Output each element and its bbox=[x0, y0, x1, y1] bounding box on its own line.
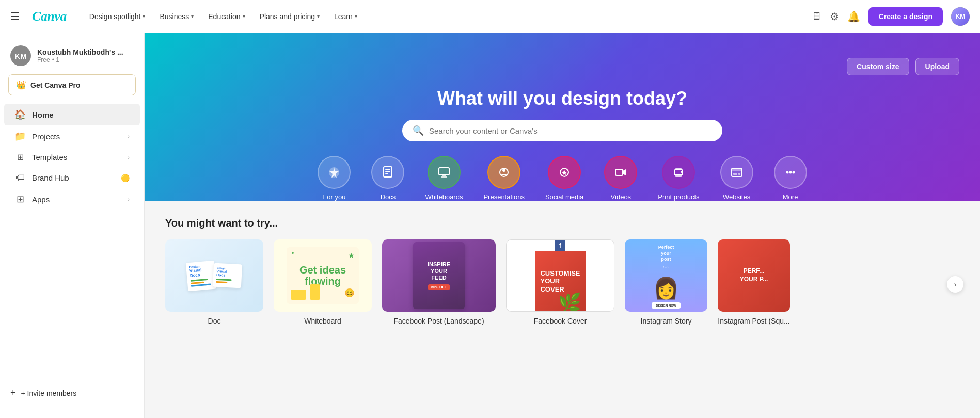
plus-icon: + bbox=[10, 388, 16, 398]
svg-rect-16 bbox=[732, 168, 742, 171]
svg-rect-12 bbox=[675, 168, 682, 170]
sidebar-item-templates[interactable]: ⊞ Templates › bbox=[4, 147, 140, 167]
svg-point-21 bbox=[792, 171, 795, 174]
user-avatar[interactable]: KM bbox=[951, 7, 970, 26]
sidebar-item-label: Brand Hub bbox=[32, 173, 115, 182]
category-label: Videos bbox=[611, 193, 631, 201]
category-videos[interactable]: Videos bbox=[604, 156, 637, 201]
search-input[interactable] bbox=[429, 126, 712, 135]
nav-link-plans-pricing[interactable]: Plans and pricing ▾ bbox=[254, 9, 326, 24]
whiteboard-card[interactable]: Get ideasflowing ★ 😊 ✦ Whiteboard bbox=[274, 239, 372, 325]
doc-thumbnail: Design VisualDocs Design Visual bbox=[165, 239, 263, 312]
whiteboard-thumbnail: Get ideasflowing ★ 😊 ✦ bbox=[274, 239, 372, 312]
search-bar[interactable]: 🔍 bbox=[402, 120, 722, 141]
category-label: For you bbox=[323, 193, 345, 201]
svg-rect-10 bbox=[615, 169, 623, 175]
bell-icon[interactable]: 🔔 bbox=[847, 10, 860, 23]
settings-icon[interactable]: ⚙ bbox=[830, 10, 839, 23]
fb-cover-thumbnail: f CUSTOMISEYOURCOVER 🌿 bbox=[506, 239, 614, 312]
category-for-you[interactable]: For you bbox=[318, 156, 351, 201]
cards-container: Design VisualDocs Design Visual bbox=[165, 239, 959, 329]
ig-story-card[interactable]: Perfectyourpost OC 👩 DESIGN NOW Instagra… bbox=[625, 239, 707, 325]
category-docs[interactable]: Docs bbox=[371, 156, 404, 201]
chevron-right-icon: › bbox=[128, 154, 130, 160]
sidebar-item-home[interactable]: 🏠 Home bbox=[4, 104, 140, 125]
fb-cover-card[interactable]: f CUSTOMISEYOURCOVER 🌿 Facebook Cover bbox=[506, 239, 614, 325]
svg-rect-13 bbox=[675, 174, 682, 177]
sidebar-nav: 🏠 Home 📁 Projects › ⊞ Templates › 🏷 Bran… bbox=[0, 104, 144, 240]
nav-link-business[interactable]: Business ▾ bbox=[153, 9, 200, 24]
for-you-icon bbox=[318, 156, 351, 189]
videos-icon bbox=[604, 156, 637, 189]
ig-story-thumbnail: Perfectyourpost OC 👩 DESIGN NOW bbox=[625, 239, 707, 312]
sidebar-item-apps[interactable]: ⊞ Apps › bbox=[4, 188, 140, 210]
crown-icon: 👑 bbox=[16, 80, 26, 90]
get-canva-pro-button[interactable]: 👑 Get Canva Pro bbox=[8, 74, 136, 95]
nav-link-learn[interactable]: Learn ▾ bbox=[328, 9, 363, 24]
nav-link-design-spotlight[interactable]: Design spotlight ▾ bbox=[83, 9, 152, 24]
category-label: Presentations bbox=[483, 193, 525, 201]
suggestions-section: You might want to try... Design VisualDo… bbox=[145, 201, 980, 346]
svg-point-19 bbox=[786, 171, 788, 174]
docs-icon bbox=[371, 156, 404, 189]
svg-point-20 bbox=[789, 171, 792, 174]
chevron-down-icon: ▾ bbox=[243, 13, 245, 19]
svg-rect-18 bbox=[738, 173, 740, 175]
nav-link-education[interactable]: Education ▾ bbox=[202, 9, 251, 24]
create-design-button[interactable]: Create a design bbox=[868, 7, 943, 26]
category-websites[interactable]: Websites bbox=[720, 156, 753, 201]
home-icon: 🏠 bbox=[14, 109, 26, 120]
sidebar-item-projects[interactable]: 📁 Projects › bbox=[4, 125, 140, 147]
sidebar-item-label: Projects bbox=[32, 132, 121, 141]
hero-banner: Custom size Upload What will you design … bbox=[145, 33, 980, 201]
canva-logo[interactable]: Canva bbox=[32, 9, 67, 24]
sidebar-item-label: Apps bbox=[32, 195, 121, 204]
folder-icon: 📁 bbox=[14, 131, 26, 142]
brand-hub-icon: 🏷 bbox=[14, 172, 26, 183]
category-social-media[interactable]: Social media bbox=[545, 156, 583, 201]
sidebar-user-avatar: KM bbox=[10, 45, 31, 66]
svg-rect-4 bbox=[385, 173, 388, 174]
svg-rect-7 bbox=[441, 176, 447, 178]
monitor-icon[interactable]: 🖥 bbox=[811, 10, 821, 22]
social-media-icon bbox=[548, 156, 581, 189]
category-presentations[interactable]: Presentations bbox=[483, 156, 525, 201]
upload-button[interactable]: Upload bbox=[915, 58, 959, 75]
hero-categories: For you Docs bbox=[165, 156, 959, 201]
chevron-down-icon: ▾ bbox=[317, 13, 320, 19]
suggestion-cards-row: Design VisualDocs Design Visual bbox=[165, 239, 959, 329]
main-layout: KM Koustubh Muktibodh's ... Free • 1 👑 G… bbox=[0, 33, 980, 418]
chevron-right-icon: › bbox=[128, 133, 130, 139]
svg-rect-3 bbox=[385, 171, 390, 172]
category-label: More bbox=[783, 193, 798, 201]
hamburger-icon[interactable]: ☰ bbox=[10, 10, 20, 23]
sidebar: KM Koustubh Muktibodh's ... Free • 1 👑 G… bbox=[0, 33, 145, 418]
category-more[interactable]: More bbox=[774, 156, 807, 201]
ig-post-card[interactable]: PERF...YOUR P... Instagram Post (Squ... bbox=[718, 239, 790, 325]
more-icon bbox=[774, 156, 807, 189]
svg-rect-2 bbox=[385, 169, 390, 170]
category-label: Websites bbox=[723, 193, 750, 201]
scroll-right-button[interactable]: › bbox=[947, 276, 963, 293]
fb-post-thumbnail: INSPIREYOURFEED 60% OFF bbox=[382, 239, 496, 312]
sidebar-item-brand-hub[interactable]: 🏷 Brand Hub 🟡 bbox=[4, 167, 140, 188]
doc-card[interactable]: Design VisualDocs Design Visual bbox=[165, 239, 263, 325]
presentations-icon bbox=[487, 156, 520, 189]
chevron-right-icon: › bbox=[128, 196, 130, 202]
fb-post-card[interactable]: INSPIREYOURFEED 60% OFF Facebook Post (L… bbox=[382, 239, 496, 325]
category-whiteboards[interactable]: Whiteboards bbox=[425, 156, 463, 201]
main-content: Custom size Upload What will you design … bbox=[145, 33, 980, 418]
svg-rect-6 bbox=[442, 175, 446, 176]
custom-size-button[interactable]: Custom size bbox=[847, 58, 909, 75]
category-print-products[interactable]: Print products bbox=[658, 156, 699, 201]
svg-point-9 bbox=[502, 169, 505, 172]
top-navigation: ☰ Canva Design spotlight ▾ Business ▾ Ed… bbox=[0, 0, 980, 33]
ig-post-card-label: Instagram Post (Squ... bbox=[718, 317, 790, 325]
sidebar-user-plan: Free • 1 bbox=[37, 56, 123, 63]
sidebar-user-info: KM Koustubh Muktibodh's ... Free • 1 bbox=[0, 41, 144, 74]
invite-members-button[interactable]: + + Invite members bbox=[4, 382, 140, 404]
apps-icon: ⊞ bbox=[14, 194, 26, 205]
nav-right-actions: 🖥 ⚙ 🔔 Create a design KM bbox=[811, 7, 970, 26]
suggestions-title: You might want to try... bbox=[165, 217, 959, 229]
category-label: Docs bbox=[381, 193, 396, 201]
